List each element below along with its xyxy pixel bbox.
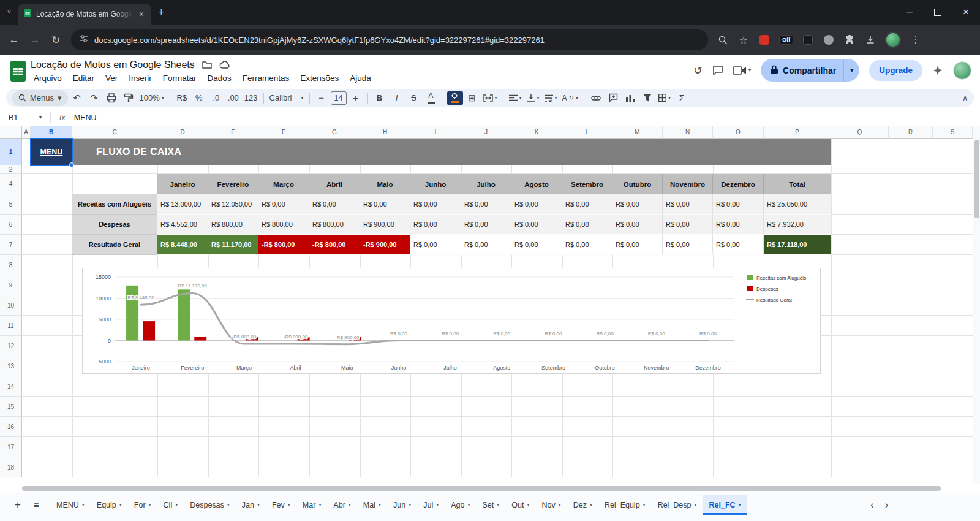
borders-button[interactable]: ⊞ bbox=[464, 91, 480, 105]
sheet-tab-dez[interactable]: Dez▾ bbox=[567, 495, 598, 515]
cloud-status-icon[interactable] bbox=[219, 61, 230, 70]
sheet-tab-menu-icon[interactable]: ▾ bbox=[436, 502, 439, 508]
cell-J6[interactable]: R$ 0,00 bbox=[461, 215, 511, 235]
row-header-18[interactable]: 18 bbox=[0, 457, 22, 477]
insert-chart-button[interactable] bbox=[622, 91, 638, 105]
menu-formatar[interactable]: Formatar bbox=[159, 72, 201, 84]
cell-H6[interactable]: R$ 900,00 bbox=[360, 215, 410, 235]
menu-dados[interactable]: Dados bbox=[203, 72, 236, 84]
column-header-G[interactable]: G bbox=[309, 126, 360, 139]
menu-ver[interactable]: Ver bbox=[101, 72, 122, 84]
decrease-font-size-button[interactable]: − bbox=[314, 91, 330, 105]
row-header-9[interactable]: 9 bbox=[0, 275, 22, 295]
row-header-4[interactable]: 4 bbox=[0, 174, 22, 194]
sheet-tab-menu-icon[interactable]: ▾ bbox=[379, 502, 381, 508]
browser-menu-kebab-icon[interactable]: ⋮ bbox=[910, 34, 922, 46]
total-receitas-com-alugu-is[interactable]: R$ 25.050,00 bbox=[764, 194, 831, 215]
sheet-tab-jan[interactable]: Jan▾ bbox=[236, 495, 266, 515]
cell-N7[interactable]: R$ 0,00 bbox=[663, 235, 713, 255]
column-header-P[interactable]: P bbox=[764, 126, 831, 139]
tab-search-icon[interactable]: ˅ bbox=[0, 8, 18, 17]
sheet-tab-menu-icon[interactable]: ▾ bbox=[119, 502, 122, 508]
row-header-14[interactable]: 14 bbox=[0, 376, 22, 397]
extension-gray-icon[interactable] bbox=[823, 34, 835, 46]
zoom-icon[interactable] bbox=[717, 34, 729, 46]
sheet-tab-menu-icon[interactable]: ▾ bbox=[409, 502, 411, 508]
document-title[interactable]: Locação de Motos em Google Sheets bbox=[31, 59, 195, 70]
select-all-corner[interactable] bbox=[0, 126, 22, 139]
column-header-C[interactable]: C bbox=[72, 126, 157, 139]
star-document-icon[interactable]: ☆ bbox=[187, 61, 195, 70]
cell-O5[interactable]: R$ 0,00 bbox=[713, 194, 764, 215]
cell-K7[interactable]: R$ 0,00 bbox=[511, 235, 562, 255]
merge-cells-button[interactable]: ▾ bbox=[481, 91, 499, 105]
cell-H5[interactable]: R$ 0,00 bbox=[360, 194, 410, 215]
horizontal-scroll-thumb[interactable] bbox=[22, 486, 941, 491]
column-header-N[interactable]: N bbox=[663, 126, 713, 139]
extension-dark-icon[interactable] bbox=[802, 34, 814, 46]
cell-L5[interactable]: R$ 0,00 bbox=[562, 194, 612, 215]
sheet-tab-jun[interactable]: Jun▾ bbox=[387, 495, 417, 515]
cell-O6[interactable]: R$ 0,00 bbox=[713, 215, 764, 235]
cell-F5[interactable]: R$ 0,00 bbox=[258, 194, 309, 215]
menus-search-button[interactable]: Menus ▾ bbox=[12, 90, 68, 106]
column-header-J[interactable]: J bbox=[461, 126, 511, 139]
total-despesas[interactable]: R$ 7.932,00 bbox=[764, 215, 831, 235]
sheet-tab-out[interactable]: Out▾ bbox=[505, 495, 535, 515]
horizontal-align-button[interactable]: ▾ bbox=[507, 91, 524, 105]
print-button[interactable] bbox=[104, 91, 119, 105]
cell-J5[interactable]: R$ 0,00 bbox=[461, 194, 511, 215]
name-box[interactable]: B1 ▾ bbox=[0, 113, 47, 122]
column-header-O[interactable]: O bbox=[713, 126, 764, 139]
cell-K5[interactable]: R$ 0,00 bbox=[511, 194, 562, 215]
sheet-tab-abr[interactable]: Abr▾ bbox=[327, 495, 356, 515]
share-dropdown-icon[interactable]: ▾ bbox=[843, 59, 859, 82]
sheet-tab-menu[interactable]: MENU▾ bbox=[50, 495, 91, 515]
sheet-tab-cli[interactable]: Cli▾ bbox=[157, 495, 184, 515]
cell-D5[interactable]: R$ 13.000,00 bbox=[157, 194, 208, 215]
menu-extens-es[interactable]: Extensões bbox=[296, 72, 343, 84]
window-close-button[interactable]: × bbox=[952, 0, 980, 25]
sheet-tab-menu-icon[interactable]: ▾ bbox=[527, 502, 529, 508]
menu-arquivo[interactable]: Arquivo bbox=[29, 72, 66, 84]
row-header-8[interactable]: 8 bbox=[0, 255, 22, 275]
row-header-1[interactable]: 1 bbox=[0, 139, 22, 165]
puzzle-extensions-icon[interactable] bbox=[843, 34, 856, 46]
vertical-scrollbar[interactable] bbox=[973, 126, 980, 484]
cell-I6[interactable]: R$ 0,00 bbox=[410, 215, 461, 235]
sheet-tab-menu-icon[interactable]: ▾ bbox=[739, 502, 741, 508]
share-button[interactable]: Compartilhar ▾ bbox=[761, 59, 859, 82]
cell-G6[interactable]: R$ 800,00 bbox=[309, 215, 360, 235]
cell-D7[interactable]: R$ 8.448,00 bbox=[157, 235, 208, 255]
sheet-tab-menu-icon[interactable]: ▾ bbox=[467, 502, 470, 508]
spreadsheet-grid[interactable]: ABCDEFGHIJKLMNOPQRS 12456789101112131415… bbox=[0, 126, 973, 484]
sheet-tab-rel-equip[interactable]: Rel_Equip▾ bbox=[598, 495, 652, 515]
sheet-tab-equip[interactable]: Equip▾ bbox=[91, 495, 128, 515]
text-color-button[interactable]: A bbox=[423, 91, 439, 105]
upgrade-button[interactable]: Upgrade bbox=[869, 60, 922, 81]
embedded-chart[interactable]: 150001000050000-5000R$ 8.448,00R$ 11.170… bbox=[82, 268, 821, 374]
gemini-sparkle-icon[interactable] bbox=[932, 65, 943, 76]
sheet-tab-menu-icon[interactable]: ▾ bbox=[175, 502, 178, 508]
fill-color-button[interactable] bbox=[447, 91, 463, 105]
decrease-decimals-button[interactable]: .0 bbox=[208, 91, 224, 105]
cell-H7[interactable]: -R$ 900,00 bbox=[360, 235, 410, 255]
column-header-F[interactable]: F bbox=[258, 126, 309, 139]
bookmark-star-icon[interactable]: ☆ bbox=[737, 34, 750, 46]
cell-E5[interactable]: R$ 12.050,00 bbox=[208, 194, 258, 215]
table-views-button[interactable]: ▾ bbox=[657, 91, 673, 105]
column-header-I[interactable]: I bbox=[410, 126, 461, 139]
column-header-E[interactable]: E bbox=[208, 126, 258, 139]
sheet-tab-jul[interactable]: Jul▾ bbox=[417, 495, 445, 515]
sheet-tab-menu-icon[interactable]: ▾ bbox=[149, 502, 151, 508]
text-rotation-button[interactable]: A↻▾ bbox=[560, 91, 580, 105]
browser-profile-avatar[interactable] bbox=[885, 32, 901, 48]
cell-J7[interactable]: R$ 0,00 bbox=[461, 235, 511, 255]
cell-I7[interactable]: R$ 0,00 bbox=[410, 235, 461, 255]
sheets-logo-icon[interactable] bbox=[10, 60, 26, 85]
increase-font-size-button[interactable]: + bbox=[348, 91, 364, 105]
increase-decimals-button[interactable]: .00 bbox=[225, 91, 241, 105]
sheet-tab-mai[interactable]: Mai▾ bbox=[357, 495, 387, 515]
text-wrap-button[interactable]: ▾ bbox=[543, 91, 559, 105]
off-extension-badge[interactable]: Off bbox=[779, 35, 793, 45]
